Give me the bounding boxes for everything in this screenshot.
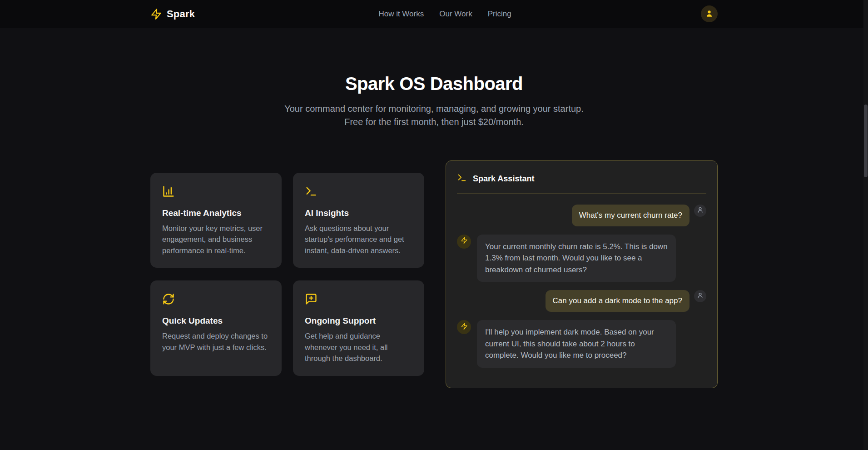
chat-message-assistant: I'll help you implement dark mode. Based… [457, 320, 706, 368]
page-subtitle: Your command center for monitoring, mana… [275, 102, 593, 129]
feature-title: Ongoing Support [305, 316, 412, 326]
user-message-bubble: Can you add a dark mode to the app? [546, 290, 689, 312]
scrollbar-track [863, 0, 868, 450]
zap-icon [461, 323, 468, 332]
feature-description: Request and deploy changes to your MVP w… [162, 330, 270, 353]
feature-card-ongoing-support: Ongoing Support Get help and guidance wh… [293, 280, 424, 375]
assistant-avatar [457, 235, 471, 249]
main-nav: How it Works Our Work Pricing [378, 10, 511, 19]
assistant-message-bubble: Your current monthly churn rate is 5.2%.… [477, 235, 676, 282]
assistant-panel-header: Spark Assistant [457, 173, 706, 185]
chat-message-user: What's my current churn rate? [457, 205, 706, 226]
zap-icon [461, 237, 468, 246]
terminal-icon [305, 185, 412, 198]
assistant-avatar [457, 320, 471, 334]
user-avatar [694, 205, 706, 217]
message-square-plus-icon [305, 293, 412, 305]
brand-name: Spark [167, 8, 195, 20]
feature-title: Real-time Analytics [162, 208, 270, 218]
brand-logo[interactable]: Spark [150, 8, 195, 20]
refresh-icon [162, 293, 270, 305]
user-message-bubble: What's my current churn rate? [572, 205, 689, 226]
user-avatar-button[interactable] [701, 5, 718, 22]
top-navigation-bar: Spark How it Works Our Work Pricing [0, 0, 868, 28]
feature-title: Quick Updates [162, 316, 270, 326]
spark-assistant-panel: Spark Assistant What's my current churn … [446, 160, 718, 388]
nav-how-it-works[interactable]: How it Works [378, 10, 424, 19]
terminal-icon [457, 173, 467, 185]
feature-description: Monitor your key metrics, user engagemen… [162, 223, 270, 256]
main-content: Real-time Analytics Monitor your key met… [150, 160, 718, 388]
features-grid: Real-time Analytics Monitor your key met… [150, 173, 424, 375]
chat-message-assistant: Your current monthly churn rate is 5.2%.… [457, 235, 706, 282]
user-avatar [694, 290, 706, 302]
user-icon [705, 9, 714, 19]
hero-section: Spark OS Dashboard Your command center f… [0, 28, 868, 129]
feature-card-ai-insights: AI Insights Ask questions about your sta… [293, 173, 424, 268]
nav-pricing[interactable]: Pricing [488, 10, 511, 19]
feature-card-realtime-analytics: Real-time Analytics Monitor your key met… [150, 173, 282, 268]
feature-card-quick-updates: Quick Updates Request and deploy changes… [150, 280, 282, 375]
user-icon [697, 206, 704, 215]
user-icon [697, 292, 704, 300]
feature-description: Ask questions about your startup's perfo… [305, 223, 412, 256]
page-title: Spark OS Dashboard [0, 74, 868, 94]
feature-title: AI Insights [305, 208, 412, 218]
zap-icon [150, 8, 162, 20]
scrollbar-thumb[interactable] [864, 105, 868, 177]
divider [457, 193, 706, 194]
assistant-message-bubble: I'll help you implement dark mode. Based… [477, 320, 676, 368]
chat-message-user: Can you add a dark mode to the app? [457, 290, 706, 312]
bar-chart-icon [162, 185, 270, 198]
feature-description: Get help and guidance whenever you need … [305, 330, 412, 364]
chat-messages: What's my current churn rate? Your curre… [457, 205, 706, 368]
nav-our-work[interactable]: Our Work [439, 10, 472, 19]
assistant-panel-title: Spark Assistant [473, 174, 534, 184]
